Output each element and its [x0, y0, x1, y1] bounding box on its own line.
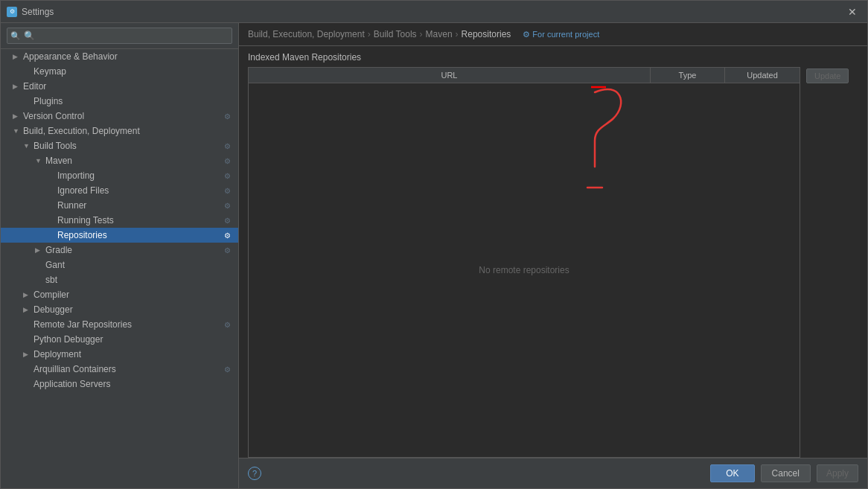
sidebar-item-remote-jar[interactable]: Remote Jar Repositories ⚙	[1, 317, 238, 332]
breadcrumb-part-1: Build, Execution, Deployment	[248, 29, 365, 39]
sidebar-item-label: Application Servers	[33, 379, 232, 389]
sidebar-item-label: Importing	[57, 170, 222, 181]
column-type: Type	[651, 68, 725, 83]
sidebar-item-build-execution[interactable]: ▼ Build, Execution, Deployment	[1, 124, 238, 138]
panel-body: Indexed Maven Repositories URL Type Upda…	[239, 46, 867, 458]
sidebar-item-gradle[interactable]: ▶ Gradle ⚙	[1, 243, 238, 258]
table-header: URL Type Updated	[249, 68, 800, 83]
breadcrumb-part-3: Maven	[426, 29, 453, 39]
repositories-table: URL Type Updated No remote repositories	[248, 67, 800, 458]
sidebar-item-sbt[interactable]: sbt	[1, 272, 238, 287]
sidebar-item-plugins[interactable]: Plugins	[1, 94, 238, 109]
breadcrumb-sep-2: ›	[420, 29, 423, 39]
sidebar-item-label: Arquillian Containers	[33, 364, 222, 374]
settings-window: ⚙ Settings ✕ 🔍 ▶ Appearance & Behavior	[0, 0, 868, 489]
toggle-icon: ▶	[35, 246, 45, 254]
sidebar-item-label: Version Control	[23, 111, 222, 121]
titlebar: ⚙ Settings ✕	[1, 1, 867, 23]
toggle-icon: ▶	[23, 306, 33, 313]
sidebar-item-ignored-files[interactable]: Ignored Files ⚙	[1, 183, 238, 198]
settings-icon: ⚙	[222, 172, 232, 180]
sidebar-item-label: Python Debugger	[33, 334, 232, 345]
sidebar-item-editor[interactable]: ▶ Editor	[1, 79, 238, 94]
search-wrapper: 🔍	[7, 28, 232, 44]
settings-icon: ⚙	[222, 246, 232, 255]
sidebar-item-label: Gant	[45, 260, 232, 270]
breadcrumb: Build, Execution, Deployment › Build Too…	[239, 23, 867, 46]
sidebar-item-python-debugger[interactable]: Python Debugger	[1, 332, 238, 347]
sidebar-item-running-tests[interactable]: Running Tests ⚙	[1, 213, 238, 228]
sidebar-item-label: Keymap	[33, 66, 232, 77]
toggle-icon: ▶	[23, 291, 33, 298]
settings-icon: ⚙	[222, 187, 232, 195]
settings-icon: ⚙	[222, 157, 232, 165]
sidebar-item-label: sbt	[45, 275, 232, 285]
sidebar: 🔍 ▶ Appearance & Behavior Keymap ▶	[1, 23, 239, 488]
toggle-icon: ▼	[13, 127, 23, 135]
sidebar-item-label: Compiler	[33, 290, 232, 300]
panel-title: Indexed Maven Repositories	[248, 52, 800, 63]
search-box: 🔍	[1, 23, 238, 49]
breadcrumb-current: Repositories	[462, 29, 511, 39]
sidebar-item-app-servers[interactable]: Application Servers	[1, 377, 238, 391]
ok-button[interactable]: OK	[710, 464, 754, 482]
main-content: 🔍 ▶ Appearance & Behavior Keymap ▶	[1, 23, 867, 488]
window-title: Settings	[22, 7, 54, 17]
toggle-icon: ▶	[13, 83, 23, 90]
settings-icon: ⚙	[222, 202, 232, 210]
for-project-label: ⚙ For current project	[523, 30, 599, 39]
update-button[interactable]: Update	[806, 68, 849, 83]
app-icon: ⚙	[7, 7, 17, 17]
sidebar-item-maven[interactable]: ▼ Maven ⚙	[1, 153, 238, 168]
sidebar-item-version-control[interactable]: ▶ Version Control ⚙	[1, 109, 238, 124]
cancel-button[interactable]: Cancel	[761, 464, 811, 482]
settings-icon: ⚙	[222, 112, 232, 121]
sidebar-item-runner[interactable]: Runner ⚙	[1, 198, 238, 213]
search-input[interactable]	[7, 28, 232, 44]
toggle-icon: ▼	[35, 157, 45, 164]
sidebar-item-keymap[interactable]: Keymap	[1, 64, 238, 79]
sidebar-item-gant[interactable]: Gant	[1, 258, 238, 272]
bottom-left: ?	[248, 467, 261, 480]
main-panel: Build, Execution, Deployment › Build Too…	[239, 23, 867, 488]
sidebar-item-label: Ignored Files	[57, 185, 222, 196]
sidebar-item-label: Deployment	[33, 349, 232, 359]
bottom-right: OK Cancel Apply	[710, 464, 858, 482]
apply-button[interactable]: Apply	[817, 464, 858, 482]
settings-icon: ⚙	[222, 142, 232, 150]
breadcrumb-sep-3: ›	[456, 29, 459, 39]
sidebar-item-build-tools[interactable]: ▼ Build Tools ⚙	[1, 138, 238, 153]
sidebar-item-label: Maven	[45, 156, 222, 166]
sidebar-item-label: Appearance & Behavior	[23, 51, 232, 62]
breadcrumb-part-2: Build Tools	[374, 29, 417, 39]
toggle-icon: ▶	[23, 351, 33, 358]
sidebar-item-arquillian[interactable]: Arquillian Containers ⚙	[1, 362, 238, 377]
empty-message: No remote repositories	[479, 265, 569, 275]
table-section: Indexed Maven Repositories URL Type Upda…	[239, 52, 800, 458]
sidebar-item-label: Remote Jar Repositories	[33, 319, 222, 330]
settings-icon: ⚙	[222, 321, 232, 329]
sidebar-item-importing[interactable]: Importing ⚙	[1, 168, 238, 183]
sidebar-item-appearance[interactable]: ▶ Appearance & Behavior	[1, 49, 238, 64]
sidebar-item-label: Build Tools	[33, 141, 222, 151]
sidebar-item-label: Running Tests	[57, 215, 222, 226]
sidebar-item-label: Editor	[23, 81, 232, 92]
sidebar-item-label: Gradle	[45, 245, 222, 255]
search-icon: 🔍	[10, 31, 21, 41]
column-updated: Updated	[725, 68, 800, 83]
sidebar-item-label: Debugger	[33, 304, 232, 315]
sidebar-item-label: Plugins	[33, 96, 232, 106]
settings-icon: ⚙	[222, 365, 232, 374]
help-button[interactable]: ?	[248, 467, 261, 480]
sidebar-item-deployment[interactable]: ▶ Deployment	[1, 347, 238, 362]
sidebar-item-compiler[interactable]: ▶ Compiler	[1, 287, 238, 302]
titlebar-left: ⚙ Settings	[7, 7, 54, 17]
red-annotation	[569, 77, 628, 211]
table-body: No remote repositories	[249, 83, 800, 457]
close-button[interactable]: ✕	[843, 4, 861, 19]
sidebar-item-debugger[interactable]: ▶ Debugger	[1, 302, 238, 317]
action-column: Update	[800, 52, 867, 458]
sidebar-item-repositories[interactable]: Repositories ⚙	[1, 228, 238, 243]
toggle-icon: ▶	[13, 112, 23, 120]
bottom-bar: ? OK Cancel Apply	[239, 458, 867, 488]
